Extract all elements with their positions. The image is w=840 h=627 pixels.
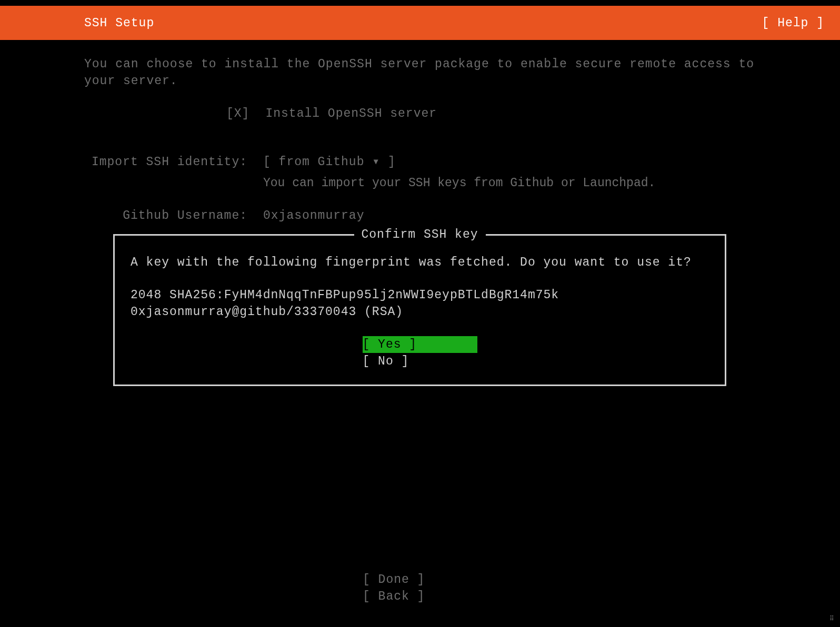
resize-grip-icon: ⠿ bbox=[829, 616, 838, 625]
fingerprint-line-2: 0xjasonmurray@github/33370043 (RSA) bbox=[131, 304, 709, 320]
checkbox-label: Install OpenSSH server bbox=[265, 107, 437, 120]
footer-button-group: [ Done ] [ Back ] bbox=[363, 571, 477, 605]
page-title: SSH Setup bbox=[84, 16, 154, 30]
ssh-setup-form: You can choose to install the OpenSSH se… bbox=[0, 40, 840, 224]
confirm-ssh-key-dialog: Confirm SSH key A key with the following… bbox=[113, 234, 726, 386]
github-username-row: Github Username: 0xjasonmurray bbox=[84, 207, 756, 224]
help-button[interactable]: [ Help ] bbox=[762, 16, 824, 30]
fingerprint-line-1: 2048 SHA256:FyHM4dnNqqTnFBPup95lj2nWWI9e… bbox=[131, 287, 709, 304]
ssh-fingerprint: 2048 SHA256:FyHM4dnNqqTnFBPup95lj2nWWI9e… bbox=[131, 287, 709, 320]
checkbox-mark: [X] bbox=[226, 107, 249, 120]
install-openssh-checkbox[interactable]: [X]Install OpenSSH server bbox=[226, 105, 756, 122]
back-button[interactable]: [ Back ] bbox=[363, 588, 477, 605]
no-button[interactable]: [ No ] bbox=[363, 353, 477, 370]
github-username-label: Github Username: bbox=[84, 207, 263, 224]
dialog-message: A key with the following fingerprint was… bbox=[131, 254, 709, 271]
github-username-field[interactable]: 0xjasonmurray bbox=[263, 207, 756, 224]
intro-text: You can choose to install the OpenSSH se… bbox=[84, 56, 756, 89]
done-button[interactable]: [ Done ] bbox=[363, 571, 477, 588]
yes-button[interactable]: [ Yes ] bbox=[363, 336, 477, 353]
dialog-button-group: [ Yes ] [ No ] bbox=[131, 336, 709, 370]
import-identity-row: Import SSH identity: [ from Github ▾ ] bbox=[84, 154, 756, 170]
import-identity-label: Import SSH identity: bbox=[84, 154, 263, 170]
installer-header: SSH Setup [ Help ] bbox=[0, 6, 840, 40]
import-identity-help: You can import your SSH keys from Github… bbox=[263, 175, 756, 191]
import-identity-dropdown[interactable]: [ from Github ▾ ] bbox=[263, 154, 756, 170]
dialog-title: Confirm SSH key bbox=[354, 226, 485, 243]
